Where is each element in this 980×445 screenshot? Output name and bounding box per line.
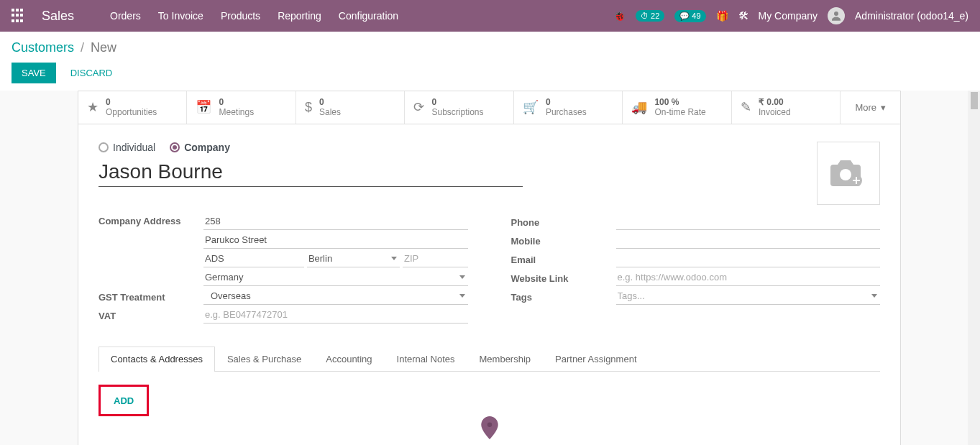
activity-count: 22 <box>651 12 659 20</box>
radio-icon <box>170 142 180 152</box>
radio-icon <box>99 142 109 152</box>
stat-label: Meetings <box>219 107 254 117</box>
activity-badge[interactable]: ⏱ 22 <box>636 10 664 22</box>
stat-subscriptions[interactable]: ⟳ 0Subscriptions <box>405 91 513 124</box>
phone-input[interactable] <box>616 213 881 230</box>
map-pin-icon <box>480 416 499 439</box>
bug-icon[interactable]: 🐞 <box>613 10 626 22</box>
subheader: Customers / New SAVE DISCARD <box>0 32 980 91</box>
messages-badge[interactable]: 💬 49 <box>674 10 705 22</box>
tab-internal-notes[interactable]: Internal Notes <box>385 347 467 371</box>
tab-contacts[interactable]: Contacts & Addresses <box>99 347 215 372</box>
radio-label: Individual <box>113 142 155 153</box>
pencil-icon: ✎ <box>741 99 751 115</box>
stat-purchases[interactable]: 🛒 0Purchases <box>514 91 623 124</box>
tabs: Contacts & Addresses Sales & Purchase Ac… <box>99 347 880 372</box>
nav-reporting[interactable]: Reporting <box>278 10 321 22</box>
svg-point-1 <box>840 169 851 180</box>
website-label: Website Link <box>511 270 616 284</box>
type-radios: Individual Company <box>99 142 880 153</box>
wrench-icon[interactable]: 🛠 <box>738 10 748 22</box>
svg-point-3 <box>487 422 491 426</box>
stat-more[interactable]: More ▾ <box>841 91 900 124</box>
nav-menu: Orders To Invoice Products Reporting Con… <box>110 10 613 22</box>
stat-value: 0 <box>106 97 157 107</box>
email-label: Email <box>511 252 616 265</box>
stat-invoiced[interactable]: ✎ ₹ 0.00Invoiced <box>732 91 841 124</box>
tab-content: ADD <box>99 372 880 445</box>
stat-value: 0 <box>546 97 587 107</box>
phone-label: Phone <box>511 214 616 228</box>
street1-input[interactable] <box>203 213 468 230</box>
street2-input[interactable] <box>203 231 468 249</box>
radio-company[interactable]: Company <box>170 142 230 153</box>
stat-label: Invoiced <box>759 107 791 117</box>
stat-value: 0 <box>219 97 254 107</box>
stat-label: Subscriptions <box>431 107 483 117</box>
breadcrumb-sep: / <box>81 40 84 55</box>
gst-select[interactable]: Overseas <box>203 288 468 305</box>
right-column: Phone Mobile Email Website Link TagsTags… <box>511 213 881 325</box>
chevron-down-icon: ▾ <box>881 102 886 113</box>
apps-icon[interactable] <box>12 9 26 23</box>
image-upload[interactable] <box>817 142 880 205</box>
company-switcher[interactable]: My Company <box>759 10 818 22</box>
avatar-icon[interactable] <box>828 7 845 24</box>
stat-ontime[interactable]: 🚚 100 %On-time Rate <box>623 91 731 124</box>
scrollbar[interactable] <box>968 91 980 445</box>
stat-bar: ★ 0Opportunities 📅 0Meetings $ 0Sales ⟳ … <box>78 91 900 124</box>
gift-icon[interactable]: 🎁 <box>716 10 728 22</box>
breadcrumb-current: New <box>91 40 116 55</box>
city-input[interactable] <box>203 250 304 267</box>
tab-sales-purchase[interactable]: Sales & Purchase <box>215 347 313 371</box>
mobile-label: Mobile <box>511 233 616 247</box>
mobile-input[interactable] <box>616 231 881 249</box>
stat-sales[interactable]: $ 0Sales <box>296 91 405 124</box>
nav-orders[interactable]: Orders <box>110 10 141 22</box>
tab-accounting[interactable]: Accounting <box>313 347 384 371</box>
add-highlight: ADD <box>99 385 149 416</box>
nav-to-invoice[interactable]: To Invoice <box>158 10 203 22</box>
address-label: Company Address <box>99 213 203 226</box>
scrollbar-thumb[interactable] <box>971 92 978 109</box>
stat-meetings[interactable]: 📅 0Meetings <box>187 91 296 124</box>
nav-right: 🐞 ⏱ 22 💬 49 🎁 🛠 My Company Administrator… <box>613 7 968 24</box>
stat-opportunities[interactable]: ★ 0Opportunities <box>78 91 187 124</box>
more-label: More <box>855 102 876 113</box>
breadcrumb: Customers / New <box>12 40 968 55</box>
top-navbar: Sales Orders To Invoice Products Reporti… <box>0 0 980 32</box>
user-menu[interactable]: Administrator (odoo14_e) <box>855 10 968 22</box>
left-column: Company Address Berlin Germany <box>99 213 468 325</box>
radio-individual[interactable]: Individual <box>99 142 155 153</box>
tab-partner-assignment[interactable]: Partner Assignment <box>543 347 649 371</box>
country-select[interactable]: Germany <box>203 269 468 286</box>
nav-configuration[interactable]: Configuration <box>339 10 398 22</box>
messages-count: 49 <box>692 12 700 20</box>
name-input[interactable] <box>99 157 523 187</box>
stat-value: 0 <box>319 97 341 107</box>
stat-label: Opportunities <box>106 107 157 117</box>
tab-membership[interactable]: Membership <box>467 347 544 371</box>
clock-icon: ⏱ <box>641 12 649 20</box>
zip-input[interactable] <box>403 250 467 267</box>
state-select[interactable]: Berlin <box>307 250 400 267</box>
vat-input[interactable] <box>203 306 468 324</box>
gst-label: GST Treatment <box>99 289 203 303</box>
add-button[interactable]: ADD <box>114 395 134 406</box>
tags-select[interactable]: Tags... <box>616 288 881 305</box>
vat-label: VAT <box>99 308 203 321</box>
breadcrumb-root[interactable]: Customers <box>12 40 74 55</box>
website-input[interactable] <box>616 269 881 286</box>
form-sheet: ★ 0Opportunities 📅 0Meetings $ 0Sales ⟳ … <box>78 91 901 445</box>
field-grid: Company Address Berlin Germany <box>99 213 880 325</box>
save-button[interactable]: SAVE <box>12 63 56 83</box>
discard-button[interactable]: DISCARD <box>63 63 120 83</box>
cart-icon: 🛒 <box>523 99 539 115</box>
nav-products[interactable]: Products <box>221 10 260 22</box>
email-input[interactable] <box>616 250 881 267</box>
truck-icon: 🚚 <box>631 99 647 115</box>
form-body: Individual Company Company Address <box>78 124 900 445</box>
app-brand[interactable]: Sales <box>42 9 74 24</box>
content-wrap: ★ 0Opportunities 📅 0Meetings $ 0Sales ⟳ … <box>0 91 980 445</box>
stat-value: 0 <box>431 97 483 107</box>
